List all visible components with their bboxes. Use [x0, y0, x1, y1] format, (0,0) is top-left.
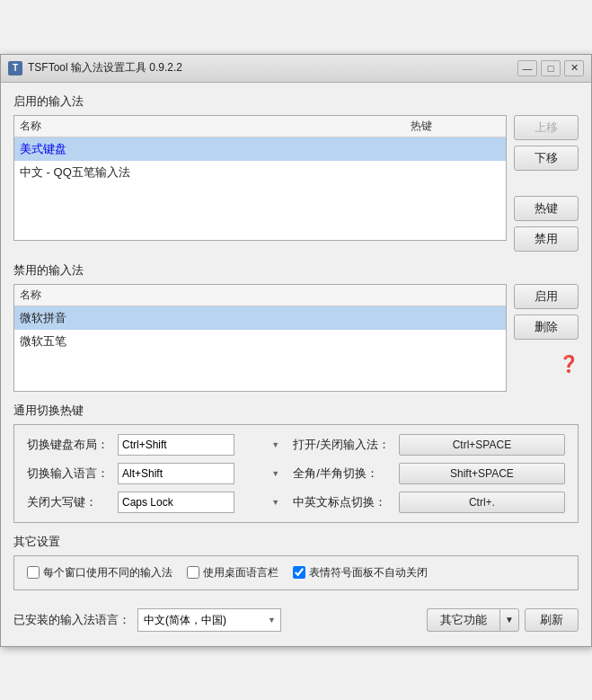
disabled-list[interactable]: 名称 微软拼音 微软五笔	[13, 284, 507, 392]
enabled-panel-row: 名称 热键 美式键盘 中文 - QQ五笔输入法 上移 下移	[13, 115, 579, 252]
other-box: 每个窗口使用不同的输入法 使用桌面语言栏 表情符号面板不自动关闭	[13, 555, 579, 590]
disabled-list-item[interactable]: 微软拼音	[14, 306, 506, 330]
enabled-item-name-0: 美式键盘	[20, 141, 411, 157]
title-bar: T TSFTool 输入法设置工具 0.9.2.2 — □ ✕	[1, 55, 591, 83]
disabled-item-name-0: 微软拼音	[20, 310, 500, 326]
emoji-panel-checkbox[interactable]	[293, 566, 305, 579]
punctuation-label: 中英文标点切换：	[293, 494, 390, 510]
installed-lang-label: 已安装的输入法语言：	[13, 612, 130, 628]
app-icon: T	[8, 61, 22, 75]
installed-lang-select-wrapper: 中文(简体，中国)	[137, 608, 281, 632]
enabled-list-header: 名称 热键	[14, 116, 506, 137]
hotkey-grid: 切换键盘布局： Ctrl+Shift Alt+Shift 无 打开/关闭输入法：…	[27, 434, 565, 513]
per-window-label: 每个窗口使用不同的输入法	[43, 565, 172, 580]
title-bar-left: T TSFTool 输入法设置工具 0.9.2.2	[8, 60, 182, 75]
fullhalf-hotkey[interactable]: Shift+SPACE	[399, 463, 565, 484]
enabled-item-hotkey-1	[411, 164, 500, 181]
language-select[interactable]: Alt+Shift Ctrl+Shift 无	[118, 463, 234, 484]
enabled-item-hotkey-0	[411, 141, 500, 157]
layout-select-wrapper: Ctrl+Shift Alt+Shift 无	[118, 434, 284, 456]
punctuation-hotkey[interactable]: Ctrl+.	[399, 492, 565, 513]
maximize-button[interactable]: □	[541, 60, 561, 76]
layout-select[interactable]: Ctrl+Shift Alt+Shift 无	[118, 434, 234, 456]
open-close-label: 打开/关闭输入法：	[293, 437, 390, 453]
other-section-label: 其它设置	[13, 534, 579, 550]
disabled-list-item[interactable]: 微软五笔	[14, 330, 506, 353]
disable-button[interactable]: 禁用	[514, 226, 579, 252]
enable-button[interactable]: 启用	[514, 284, 579, 309]
help-icon[interactable]: ❓	[559, 354, 579, 374]
desktop-bar-label: 使用桌面语言栏	[203, 565, 278, 580]
col-name-header: 名称	[20, 119, 411, 134]
desktop-bar-checkbox[interactable]	[187, 566, 199, 579]
capslock-select[interactable]: Caps Lock Shift 无	[118, 492, 234, 513]
capslock-select-wrapper: Caps Lock Shift 无	[118, 492, 284, 513]
minimize-button[interactable]: —	[517, 60, 537, 76]
disabled-item-name-1: 微软五笔	[20, 333, 500, 350]
checkbox-row: 每个窗口使用不同的输入法 使用桌面语言栏 表情符号面板不自动关闭	[27, 565, 565, 580]
delete-button[interactable]: 删除	[514, 315, 579, 340]
enabled-list[interactable]: 名称 热键 美式键盘 中文 - QQ五笔输入法	[13, 115, 507, 241]
per-window-checkbox-item[interactable]: 每个窗口使用不同的输入法	[27, 565, 172, 580]
disabled-col-name-header: 名称	[20, 288, 500, 303]
bottom-right-controls: 其它功能 ▼ 刷新	[427, 608, 579, 632]
emoji-panel-label: 表情符号面板不自动关闭	[309, 565, 428, 580]
other-settings-section: 其它设置 每个窗口使用不同的输入法 使用桌面语言栏 表情符号面板不自动关闭	[13, 534, 579, 590]
language-select-wrapper: Alt+Shift Ctrl+Shift 无	[118, 463, 284, 484]
open-close-hotkey[interactable]: Ctrl+SPACE	[399, 434, 565, 456]
emoji-panel-checkbox-item[interactable]: 表情符号面板不自动关闭	[293, 565, 428, 580]
disabled-list-header: 名称	[14, 285, 506, 306]
other-func-dropdown[interactable]: ▼	[499, 608, 519, 632]
disabled-ime-section: 禁用的输入法 名称 微软拼音 微软五笔 启用 删除	[13, 262, 579, 392]
hotkey-section-label: 通用切换热键	[13, 403, 579, 419]
main-window: T TSFTool 输入法设置工具 0.9.2.2 — □ ✕ 启用的输入法 名…	[0, 54, 592, 647]
hotkey-button[interactable]: 热键	[514, 196, 579, 221]
close-button[interactable]: ✕	[564, 60, 584, 76]
fullhalf-label: 全角/半角切换：	[293, 465, 390, 482]
per-window-checkbox[interactable]	[27, 566, 40, 579]
layout-label: 切换键盘布局：	[27, 437, 109, 453]
move-up-button[interactable]: 上移	[514, 115, 579, 140]
enabled-list-item[interactable]: 中文 - QQ五笔输入法	[14, 161, 506, 184]
bottom-bar: 已安装的输入法语言： 中文(简体，中国) 其它功能 ▼ 刷新	[13, 601, 579, 635]
title-text: TSFTool 输入法设置工具 0.9.2.2	[28, 60, 182, 75]
disabled-panel-row: 名称 微软拼音 微软五笔 启用 删除 ❓	[13, 284, 579, 392]
col-hotkey-header: 热键	[411, 119, 500, 134]
enabled-btn-col: 上移 下移 热键 禁用	[514, 115, 579, 252]
language-label: 切换输入语言：	[27, 465, 109, 482]
enabled-item-name-1: 中文 - QQ五笔输入法	[20, 164, 411, 181]
other-func-button[interactable]: 其它功能	[427, 608, 499, 632]
refresh-button[interactable]: 刷新	[525, 608, 579, 632]
disabled-btn-col: 启用 删除 ❓	[514, 284, 579, 374]
enabled-section-label: 启用的输入法	[13, 93, 579, 110]
capslock-label: 关闭大写键：	[27, 494, 109, 510]
enabled-list-item[interactable]: 美式键盘	[14, 137, 506, 161]
disabled-section-label: 禁用的输入法	[13, 262, 579, 279]
enabled-ime-section: 启用的输入法 名称 热键 美式键盘 中文 - QQ五笔输入法	[13, 93, 579, 252]
main-content: 启用的输入法 名称 热键 美式键盘 中文 - QQ五笔输入法	[1, 83, 591, 646]
hotkey-section: 通用切换热键 切换键盘布局： Ctrl+Shift Alt+Shift 无 打开…	[13, 403, 579, 523]
title-controls: — □ ✕	[517, 60, 584, 76]
hotkey-box: 切换键盘布局： Ctrl+Shift Alt+Shift 无 打开/关闭输入法：…	[13, 424, 579, 523]
desktop-bar-checkbox-item[interactable]: 使用桌面语言栏	[187, 565, 278, 580]
move-down-button[interactable]: 下移	[514, 146, 579, 171]
installed-lang-select[interactable]: 中文(简体，中国)	[137, 608, 281, 632]
